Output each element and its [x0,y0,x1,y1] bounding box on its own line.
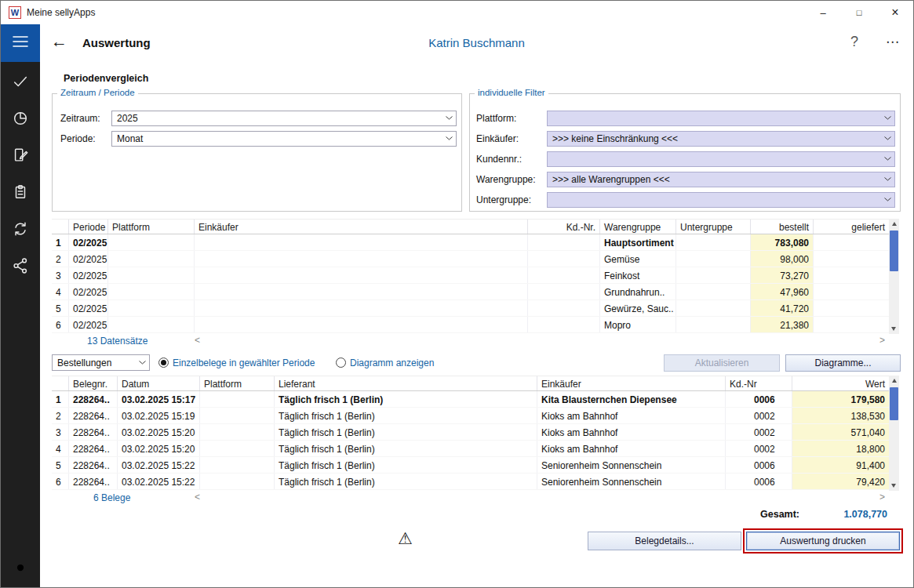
cell-kdnr [528,251,600,267]
table-row[interactable]: 4 02/2025 Grundnahrun.. 47,960 [52,284,899,300]
radio-diagramm-label[interactable]: Diagramm anzeigen [350,358,434,368]
cell-periode: 02/2025 [69,251,108,267]
table-row[interactable]: 3 02/2025 Feinkost 73,270 [52,267,899,284]
table-row[interactable]: 2 228264.. 03.02.2025 15:19 Täglich fris… [52,408,899,424]
radio-diagramm[interactable] [336,358,346,368]
vertical-scrollbar[interactable] [889,219,899,334]
kundennr-select[interactable] [547,151,895,167]
header-cell-geliefert[interactable]: geliefert [814,220,889,234]
minimize-button[interactable]: – [805,1,841,24]
help-button[interactable]: ? [850,34,858,50]
table-row[interactable]: 3 228264.. 03.02.2025 15:20 Täglich fris… [52,424,899,441]
plattform-select[interactable] [547,111,895,126]
table-row[interactable]: 5 02/2025 Gewürze, Sauc.. 41,720 [52,300,899,317]
diagramme-button[interactable]: Diagramme... [785,354,901,372]
scroll-right-arrow[interactable]: > [879,492,885,503]
scrollbar-thumb[interactable] [890,230,898,271]
total-value: 1.078,770 [815,509,887,520]
scroll-down-icon[interactable] [891,327,896,331]
untergruppe-select[interactable] [547,192,895,208]
header-cell-untergruppe[interactable]: Untergruppe [676,220,751,234]
header-cell-wert[interactable]: Wert [792,376,889,390]
cell-datum: 03.02.2025 15:20 [118,424,200,440]
cell-wert: 79,420 [792,474,889,489]
cell-periode: 02/2025 [69,300,108,316]
cell-einkaeufer: Seniorenheim Sonnenschein [537,457,726,473]
cell-datum: 03.02.2025 15:20 [118,441,200,456]
cell-geliefert [814,267,889,283]
scroll-up-icon[interactable] [892,379,897,383]
warengruppe-select[interactable]: >>> alle Warengruppen <<< [547,172,895,187]
menu-button[interactable] [1,24,40,62]
cell-belegnr: 228264.. [69,408,118,423]
user-name[interactable]: Katrin Buschmann [428,36,525,49]
periode-select[interactable]: Monat [111,131,457,147]
period-table-header: Periode Plattform Einkäufer Kd.-Nr. Ware… [52,219,899,234]
table-row[interactable]: 6 228264.. 03.02.2025 15:22 Täglich fris… [52,474,899,490]
aktualisieren-button[interactable]: Aktualisieren [664,354,780,372]
belegdetails-button[interactable]: Belegdetails... [588,532,741,550]
more-button[interactable]: ⋯ [886,34,901,50]
scroll-right-arrow[interactable]: > [879,335,885,346]
table-row[interactable]: 6 02/2025 Mopro 21,380 [52,317,899,333]
zeitraum-select[interactable]: 2025 [111,111,457,126]
header-cell-bestellt[interactable]: bestellt [751,220,814,234]
header-cell-kdnr[interactable]: Kd.-Nr. [528,220,600,234]
sidebar-item-sync[interactable] [1,212,40,249]
radio-einzelbelege[interactable] [158,358,169,368]
chevron-down-icon [446,136,453,140]
groupbox-legend: individuelle Filter [475,88,548,97]
scroll-left-arrow[interactable]: < [195,335,200,346]
header-cell-einkaeufer[interactable]: Einkäufer [195,220,528,234]
header-cell-periode[interactable]: Periode [69,220,108,234]
vertical-scrollbar[interactable] [889,376,899,491]
header-cell-datum[interactable]: Datum [118,376,200,390]
table-row[interactable]: 1 228264.. 03.02.2025 15:17 Täglich fris… [52,391,899,408]
sidebar-item-liste[interactable] [1,175,40,212]
scroll-down-icon[interactable] [891,484,896,488]
cell-warengruppe: Grundnahrun.. [600,284,676,299]
header-cell-lieferant[interactable]: Lieferant [275,376,537,390]
scroll-up-icon[interactable] [892,222,897,226]
header-cell-einkaeufer[interactable]: Einkäufer [537,376,726,390]
window-title: Meine sellyApps [27,7,95,18]
cell-untergruppe [676,251,751,267]
radio-einzelbelege-label[interactable]: Einzelbelege in gewählter Periode [173,358,315,368]
cell-geliefert [814,251,889,267]
scroll-left-arrow[interactable]: < [195,492,200,503]
header-cell-plattform[interactable]: Plattform [108,220,195,234]
mode-select[interactable]: Bestellungen [52,354,150,371]
table-row[interactable]: 4 228264.. 03.02.2025 15:20 Täglich fris… [52,441,899,457]
header-cell-plattform[interactable]: Plattform [200,376,275,390]
sidebar [1,24,40,587]
total-label: Gesamt: [760,509,799,520]
hamburger-icon [13,35,28,51]
table-row[interactable]: 5 228264.. 03.02.2025 15:22 Täglich fris… [52,457,899,474]
header-cell-belegnr[interactable]: Belegnr. [69,376,118,390]
einkaeufer-select[interactable]: >>> keine Einschränkung <<< [547,131,895,147]
sidebar-item-belege[interactable] [1,138,40,175]
cell-plattform [108,251,195,267]
cell-einkaeufer: Kioks am Bahnhof [537,424,726,440]
maximize-button[interactable]: □ [841,1,877,24]
header-cell-warengruppe[interactable]: Warengruppe [600,220,676,234]
table-row[interactable]: 1 02/2025 Hauptsortiment 783,080 [52,234,899,251]
sidebar-item-auswertung[interactable] [1,101,40,138]
close-button[interactable]: × [877,1,913,24]
cell-kdnr [528,234,600,250]
cell-wert: 138,530 [792,408,889,423]
untergruppe-label: Untergruppe: [476,194,531,205]
cell-datum: 03.02.2025 15:22 [118,457,200,473]
cell-untergruppe [676,317,751,332]
header-cell-kdnr[interactable]: Kd.-Nr [726,376,792,390]
cell-belegnr: 228264.. [69,457,118,473]
scrollbar-thumb[interactable] [890,387,898,420]
sidebar-item-settings[interactable] [1,557,40,581]
cell-wert: 179,580 [792,391,889,407]
cell-plattform [200,391,275,407]
sidebar-item-share[interactable] [1,249,40,285]
groupbox-individuelle-filter: individuelle Filter Plattform: Einkäufer… [469,93,901,212]
table-row[interactable]: 2 02/2025 Gemüse 98,000 [52,251,899,267]
auswertung-drucken-button[interactable]: Auswertung drucken [746,532,900,550]
sidebar-item-tasks[interactable] [1,64,40,101]
